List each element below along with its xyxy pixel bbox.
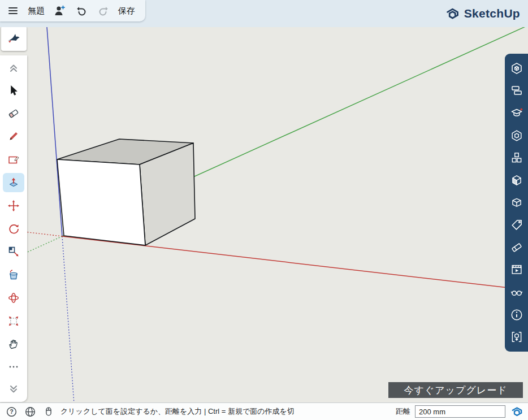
top-bar: 無題 保存	[0, 0, 528, 27]
instructor-icon[interactable]	[508, 105, 525, 122]
mouse-icon	[42, 405, 55, 418]
pan-tool[interactable]	[3, 334, 24, 353]
measurement-group: 距離	[396, 405, 523, 418]
box-front-face[interactable]	[57, 159, 145, 245]
move-tool[interactable]	[3, 196, 24, 215]
measurement-input[interactable]	[415, 405, 505, 418]
display-glasses-icon[interactable]	[508, 284, 525, 301]
model-box[interactable]	[57, 139, 195, 245]
collapse-toolbar-up-icon[interactable]	[3, 58, 24, 77]
select-tool[interactable]	[3, 81, 24, 100]
more-tools-button[interactable]	[3, 357, 24, 376]
zoom-extents-tool[interactable]	[3, 311, 24, 331]
status-bar: ? クリックして面を設定するか、距離を入力 | Ctrl = 新規で面の作成を切…	[0, 402, 528, 420]
soften-edges-icon[interactable]	[508, 239, 525, 256]
save-button[interactable]: 保存	[118, 6, 135, 16]
language-globe-icon[interactable]	[23, 405, 37, 418]
sketchup-mark-icon	[445, 6, 460, 21]
orbit-tool[interactable]	[3, 288, 24, 308]
add-collaborator-icon[interactable]	[52, 3, 67, 18]
sketchup-web-app: 無題 保存	[0, 0, 528, 420]
components-icon[interactable]	[508, 127, 525, 144]
entity-info-icon[interactable]	[508, 60, 525, 77]
rectangle-tool[interactable]	[3, 150, 24, 169]
redo-icon[interactable]	[96, 3, 111, 18]
rotate-tool[interactable]	[3, 219, 24, 238]
status-hint: クリックして面を設定するか、距離を入力 | Ctrl = 新規で面の作成を切	[60, 406, 295, 417]
line-tool[interactable]	[3, 127, 24, 146]
model-info-icon[interactable]	[508, 306, 525, 323]
collapse-toolbar-down-icon[interactable]	[3, 380, 24, 400]
scale-tool[interactable]	[3, 242, 24, 261]
panels-rail	[505, 54, 528, 352]
help-icon[interactable]: ?	[5, 405, 18, 418]
distance-label: 距離	[396, 406, 410, 417]
undo-icon[interactable]	[74, 3, 89, 18]
views-icon[interactable]	[508, 172, 525, 189]
tool-palette	[0, 55, 27, 402]
top-menu-group: 無題 保存	[0, 0, 145, 21]
modeling-canvas[interactable]	[0, 0, 528, 420]
paint-bucket-tool[interactable]	[3, 265, 24, 284]
document-title[interactable]: 無題	[28, 6, 45, 16]
sketchup-mark-icon-blue	[510, 405, 523, 418]
component-blocks-icon[interactable]	[508, 149, 525, 166]
bird-icon	[6, 30, 23, 47]
push-pull-tool[interactable]	[3, 173, 24, 192]
sketchup-home-button[interactable]	[1, 26, 27, 51]
outliner-icon[interactable]	[508, 82, 525, 99]
sketchup-logo-text: SketchUp	[464, 7, 520, 20]
menu-icon[interactable]	[6, 3, 20, 18]
import-model-icon[interactable]	[508, 328, 525, 345]
tags-icon[interactable]	[508, 217, 525, 233]
eraser-tool[interactable]	[3, 104, 24, 123]
sketchup-logo: SketchUp	[445, 6, 528, 21]
upgrade-button[interactable]: 今すぐアップグレード	[388, 382, 523, 398]
materials-icon[interactable]	[508, 194, 525, 211]
help-glyph: ?	[10, 408, 13, 415]
scenes-icon[interactable]	[508, 261, 525, 278]
